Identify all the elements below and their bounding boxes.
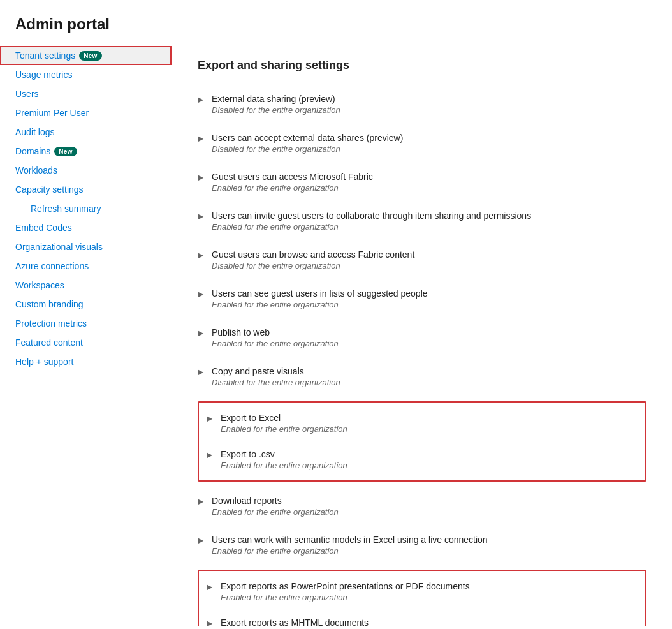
setting-item-accept-external-data-shares: ▶Users can accept external data shares (… [198,124,646,163]
sidebar-item-label: Workloads [15,165,57,175]
sidebar-item-custom-branding[interactable]: Custom branding [0,295,172,314]
setting-status: Disabled for the entire organization [198,105,646,115]
setting-name: Users can accept external data shares (p… [212,133,403,143]
setting-name: Export to Excel [221,413,281,423]
setting-status: Disabled for the entire organization [198,261,646,270]
chevron-right-icon: ▶ [198,134,207,143]
chevron-right-icon: ▶ [198,367,207,376]
setting-status: Enabled for the entire organization [198,546,646,556]
setting-item-header-publish-to-web[interactable]: ▶Publish to web [198,327,646,337]
chevron-right-icon: ▶ [207,619,215,626]
sidebar-item-label: Tenant settings [15,50,75,61]
setting-item-header-export-to-csv[interactable]: ▶Export to .csv [207,449,638,459]
highlighted-group-group-highlighted-1: ▶Export to ExcelEnabled for the entire o… [198,401,646,482]
sidebar-item-domains[interactable]: DomainsNew [0,142,172,161]
setting-status: Disabled for the entire organization [198,144,646,154]
setting-item-guest-users-microsoft-fabric: ▶Guest users can access Microsoft Fabric… [198,163,646,202]
sidebar-item-premium-per-user[interactable]: Premium Per User [0,103,172,122]
sidebar-item-label: Workspaces [15,280,64,290]
sidebar-item-label: Custom branding [15,299,84,309]
chevron-right-icon: ▶ [207,414,215,423]
sidebar-item-label: Azure connections [15,261,89,271]
sidebar-item-audit-logs[interactable]: Audit logs [0,122,172,142]
setting-item-header-copy-paste-visuals[interactable]: ▶Copy and paste visuals [198,366,646,376]
setting-item-publish-to-web: ▶Publish to webEnabled for the entire or… [198,318,646,357]
setting-status: Enabled for the entire organization [198,222,646,232]
section-title: Export and sharing settings [198,59,646,72]
setting-item-header-download-reports[interactable]: ▶Download reports [198,496,646,506]
sidebar-item-label: Premium Per User [15,108,89,118]
page-title: Admin portal [0,0,672,43]
settings-list: ▶External data sharing (preview)Disabled… [198,85,646,626]
setting-item-header-export-to-excel[interactable]: ▶Export to Excel [207,413,638,423]
setting-item-users-invite-guest: ▶Users can invite guest users to collabo… [198,202,646,241]
sidebar-item-label: Featured content [15,337,83,348]
setting-name: Export reports as MHTML documents [221,618,369,626]
setting-name: Guest users can browse and access Fabric… [212,249,414,260]
sidebar-item-label: Capacity settings [15,184,84,195]
setting-item-export-mhtml: ▶Export reports as MHTML documentsEnable… [207,610,638,626]
setting-name: Download reports [212,496,282,506]
sidebar-item-capacity-settings[interactable]: Capacity settings [0,180,172,199]
sidebar-item-label: Organizational visuals [15,242,103,252]
sidebar-item-usage-metrics[interactable]: Usage metrics [0,65,172,84]
setting-status: Enabled for the entire organization [198,507,646,517]
setting-item-export-to-excel: ▶Export to ExcelEnabled for the entire o… [207,405,638,441]
setting-status: Enabled for the entire organization [207,593,638,602]
chevron-right-icon: ▶ [198,497,207,506]
setting-item-semantic-models-excel: ▶Users can work with semantic models in … [198,526,646,565]
sidebar-item-azure-connections[interactable]: Azure connections [0,256,172,276]
sidebar-item-featured-content[interactable]: Featured content [0,333,172,352]
setting-item-header-guest-browse-fabric[interactable]: ▶Guest users can browse and access Fabri… [198,249,646,260]
chevron-right-icon: ▶ [198,329,207,337]
setting-status: Disabled for the entire organization [198,378,646,387]
setting-item-download-reports: ▶Download reportsEnabled for the entire … [198,487,646,526]
setting-item-header-users-see-guest-in-lists[interactable]: ▶Users can see guest users in lists of s… [198,288,646,299]
sidebar-item-tenant-settings[interactable]: Tenant settingsNew [0,46,172,65]
setting-item-header-export-mhtml[interactable]: ▶Export reports as MHTML documents [207,618,638,626]
sidebar-item-label: Audit logs [15,127,54,137]
setting-item-export-to-csv: ▶Export to .csvEnabled for the entire or… [207,441,638,478]
chevron-right-icon: ▶ [198,251,207,260]
chevron-right-icon: ▶ [207,582,215,591]
sidebar-item-help-support[interactable]: Help + support [0,352,172,371]
setting-name: Users can see guest users in lists of su… [212,288,428,299]
setting-item-guest-browse-fabric: ▶Guest users can browse and access Fabri… [198,241,646,279]
sidebar-item-workspaces[interactable]: Workspaces [0,276,172,295]
setting-name: Export to .csv [221,449,275,459]
setting-name: External data sharing (preview) [212,94,335,104]
sidebar-item-refresh-summary[interactable]: Refresh summary [0,199,172,218]
setting-item-export-powerpoint-pdf: ▶Export reports as PowerPoint presentati… [207,574,638,610]
setting-status: Enabled for the entire organization [198,300,646,309]
sidebar-item-users[interactable]: Users [0,84,172,103]
setting-item-header-guest-users-microsoft-fabric[interactable]: ▶Guest users can access Microsoft Fabric [198,172,646,182]
setting-item-header-accept-external-data-shares[interactable]: ▶Users can accept external data shares (… [198,133,646,143]
setting-item-external-data-sharing: ▶External data sharing (preview)Disabled… [198,85,646,124]
main-content: Export and sharing settings ▶External da… [172,43,672,626]
highlighted-group-group-highlighted-2: ▶Export reports as PowerPoint presentati… [198,570,646,626]
setting-status: Enabled for the entire organization [207,461,638,470]
sidebar-item-workloads[interactable]: Workloads [0,161,172,180]
sidebar-item-label: Help + support [15,357,73,367]
setting-name: Copy and paste visuals [212,366,304,376]
chevron-right-icon: ▶ [198,173,207,182]
setting-item-header-export-powerpoint-pdf[interactable]: ▶Export reports as PowerPoint presentati… [207,581,638,591]
setting-name: Export reports as PowerPoint presentatio… [221,581,470,591]
badge-new: New [54,147,77,156]
sidebar-item-organizational-visuals[interactable]: Organizational visuals [0,237,172,256]
badge-new: New [79,51,101,61]
chevron-right-icon: ▶ [198,290,207,299]
sidebar-item-embed-codes[interactable]: Embed Codes [0,218,172,237]
setting-item-header-semantic-models-excel[interactable]: ▶Users can work with semantic models in … [198,535,646,545]
setting-name: Publish to web [212,327,270,337]
setting-item-header-external-data-sharing[interactable]: ▶External data sharing (preview) [198,94,646,104]
sidebar-item-label: Protection metrics [15,318,87,329]
chevron-right-icon: ▶ [198,212,207,221]
setting-item-header-users-invite-guest[interactable]: ▶Users can invite guest users to collabo… [198,211,646,221]
sidebar-item-protection-metrics[interactable]: Protection metrics [0,314,172,333]
sidebar-item-label: Users [15,89,39,99]
setting-name: Guest users can access Microsoft Fabric [212,172,373,182]
sidebar-item-label: Domains [15,146,50,156]
setting-status: Enabled for the entire organization [198,339,646,348]
chevron-right-icon: ▶ [207,450,215,459]
